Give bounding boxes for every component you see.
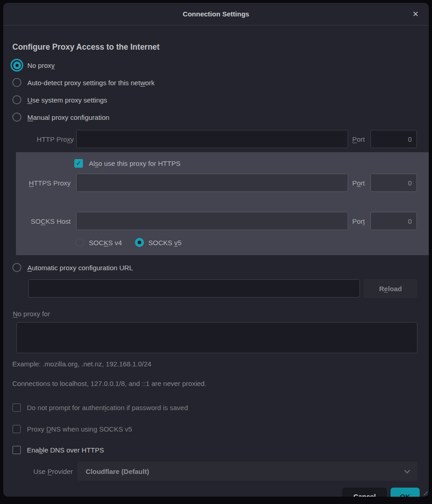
https-proxy-row: HTTPS Proxy Port bbox=[16, 173, 420, 192]
socks-port-label: Port bbox=[352, 217, 365, 225]
provider-selected-value: Cloudflare (Default) bbox=[86, 468, 149, 475]
http-proxy-label: HTTP Proxy bbox=[12, 135, 74, 143]
auto-url-row: Reload bbox=[28, 279, 420, 298]
socks-host-input[interactable] bbox=[76, 212, 348, 230]
proxy-dns-label: Proxy DNS when using SOCKS v5 bbox=[27, 425, 132, 433]
close-icon[interactable]: × bbox=[409, 7, 422, 21]
socks-host-label: SOCKS Host bbox=[16, 217, 71, 225]
auth-prompt-label: Do not prompt for authentication if pass… bbox=[27, 404, 188, 411]
socks-v4-label[interactable]: SOCKS v4 bbox=[89, 239, 122, 247]
http-proxy-row: HTTP Proxy Port bbox=[12, 129, 420, 149]
dialog-footer: Cancel OK bbox=[12, 488, 420, 497]
use-provider-label: Use Provider bbox=[12, 468, 73, 475]
dialog-titlebar: Connection Settings × bbox=[3, 3, 429, 26]
share-proxy-https-row[interactable]: ✓ Also use this proxy for HTTPS bbox=[16, 157, 420, 170]
radio-icon bbox=[12, 95, 21, 104]
radio-icon bbox=[12, 263, 21, 272]
enable-doh-label: Enable DNS over HTTPS bbox=[27, 446, 104, 454]
http-port-label: Port bbox=[352, 135, 365, 143]
enable-doh-row[interactable]: Enable DNS over HTTPS bbox=[12, 443, 420, 456]
checkbox-icon bbox=[12, 446, 21, 454]
radio-manual-proxy-label: Manual proxy configuration bbox=[27, 113, 109, 121]
radio-auto-detect[interactable]: Auto-detect proxy settings for this netw… bbox=[12, 74, 420, 91]
page-title: Configure Proxy Access to the Internet bbox=[12, 42, 420, 52]
radio-auto-url-label: Automatic proxy configuration URL bbox=[27, 264, 133, 272]
no-proxy-for-textarea[interactable] bbox=[16, 322, 417, 353]
http-port-input[interactable] bbox=[370, 130, 417, 148]
provider-select[interactable]: Cloudflare (Default) bbox=[77, 462, 417, 481]
https-proxy-label: HTTPS Proxy bbox=[16, 179, 71, 187]
checkbox-icon bbox=[12, 403, 21, 412]
auth-prompt-row[interactable]: Do not prompt for authentication if pass… bbox=[12, 401, 420, 414]
radio-no-proxy[interactable]: No proxy bbox=[12, 57, 420, 74]
doh-provider-row: Use Provider Cloudflare (Default) bbox=[12, 462, 420, 481]
no-proxy-example-text: Example: .mozilla.org, .net.nz, 192.168.… bbox=[12, 360, 420, 368]
radio-selected-icon[interactable] bbox=[135, 238, 144, 247]
share-proxy-https-label: Also use this proxy for HTTPS bbox=[89, 159, 180, 167]
dialog-content: Configure Proxy Access to the Internet N… bbox=[3, 42, 429, 497]
radio-icon[interactable] bbox=[75, 238, 84, 247]
no-proxy-for-label: No proxy for bbox=[13, 310, 420, 318]
connection-settings-dialog: Connection Settings × Configure Proxy Ac… bbox=[3, 3, 429, 497]
radio-system-proxy[interactable]: Use system proxy settings bbox=[12, 91, 420, 108]
localhost-note-text: Connections to localhost, 127.0.0.1/8, a… bbox=[12, 380, 420, 387]
radio-system-proxy-label: Use system proxy settings bbox=[27, 96, 107, 104]
dialog-title: Connection Settings bbox=[183, 10, 249, 18]
manual-proxy-highlight-panel: ✓ Also use this proxy for HTTPS HTTPS Pr… bbox=[16, 152, 429, 255]
checkbox-checked-icon: ✓ bbox=[74, 159, 83, 168]
socks-host-row: SOCKS Host Port bbox=[16, 211, 420, 231]
chevron-down-icon bbox=[404, 468, 410, 473]
proxy-dns-row[interactable]: Proxy DNS when using SOCKS v5 bbox=[12, 422, 420, 435]
radio-icon bbox=[12, 78, 21, 87]
checkbox-icon bbox=[12, 425, 21, 433]
radio-manual-proxy[interactable]: Manual proxy configuration bbox=[12, 108, 420, 126]
radio-selected-icon bbox=[10, 59, 23, 72]
socks-port-input[interactable] bbox=[370, 212, 417, 230]
radio-auto-url[interactable]: Automatic proxy configuration URL bbox=[12, 259, 420, 276]
reload-button[interactable]: Reload bbox=[364, 279, 417, 298]
radio-no-proxy-label: No proxy bbox=[27, 62, 55, 69]
ok-button[interactable]: OK bbox=[391, 488, 420, 497]
socks-version-row: SOCKS v4 SOCKS v5 bbox=[75, 236, 420, 249]
auto-url-input[interactable] bbox=[28, 279, 360, 298]
radio-auto-detect-label: Auto-detect proxy settings for this netw… bbox=[27, 79, 154, 87]
https-port-input[interactable] bbox=[370, 174, 417, 192]
https-proxy-input[interactable] bbox=[76, 174, 348, 192]
socks-v5-label[interactable]: SOCKS v5 bbox=[149, 239, 182, 247]
radio-icon bbox=[12, 113, 21, 122]
http-proxy-input[interactable] bbox=[76, 130, 348, 148]
cancel-button[interactable]: Cancel bbox=[342, 488, 387, 497]
https-port-label: Port bbox=[352, 179, 365, 187]
